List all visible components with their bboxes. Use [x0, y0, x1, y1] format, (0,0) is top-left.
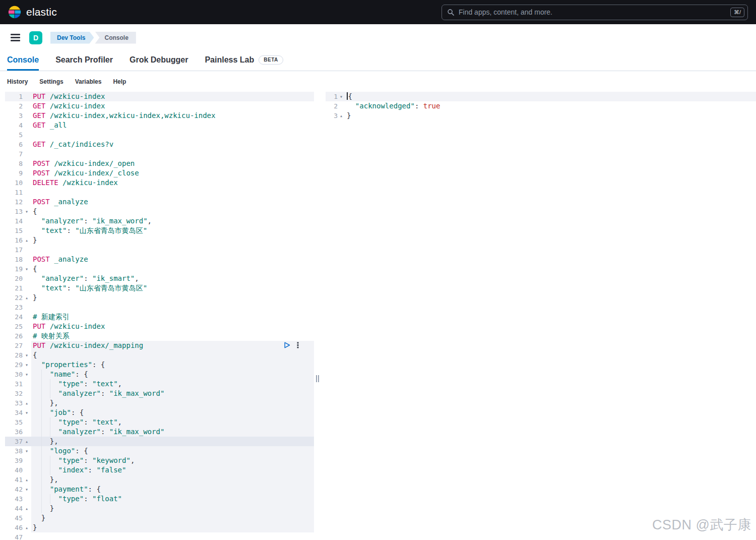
response-line[interactable]: 2 "acknowledged": true	[326, 101, 756, 111]
breadcrumb-dev-tools[interactable]: Dev Tools	[50, 32, 94, 44]
editor-line[interactable]: 10DELETE /wzkicu-index	[0, 178, 323, 188]
editor-line[interactable]: 18POST _analyze	[0, 255, 323, 264]
fold-open-icon[interactable]: ▾	[24, 446, 31, 456]
editor-line[interactable]: 46▴}	[0, 523, 323, 532]
response-line[interactable]: 1▾{	[326, 92, 756, 101]
editor-line[interactable]: 4GET _all	[0, 121, 323, 130]
editor-line[interactable]: 23	[0, 303, 323, 312]
editor-line[interactable]: 1PUT /wzkicu-index	[0, 92, 323, 101]
tab-grok-debugger[interactable]: Grok Debugger	[130, 51, 188, 71]
editor-line[interactable]: 42▾ "payment": {	[0, 485, 323, 494]
code-text: "payment": {	[31, 485, 323, 494]
menu-item-settings[interactable]: Settings	[39, 78, 63, 85]
editor-line[interactable]: 35 "type": "text",	[0, 417, 323, 427]
editor-line[interactable]: 26# 映射关系	[0, 331, 323, 341]
fold-close-icon[interactable]: ▴	[24, 293, 31, 303]
editor-line[interactable]: 32 "analyzer": "ik_max_word"	[0, 389, 323, 398]
fold-open-icon[interactable]: ▾	[24, 360, 31, 370]
line-number: 30	[0, 370, 24, 379]
editor-line[interactable]: 24# 新建索引	[0, 312, 323, 322]
line-number: 40	[0, 465, 24, 475]
menu-item-history[interactable]: History	[7, 78, 28, 85]
tab-painless-lab[interactable]: Painless Lab BETA	[205, 51, 283, 71]
editor-line[interactable]: 9POST /wzkicu-index/_close	[0, 168, 323, 178]
fold-close-icon[interactable]: ▴	[339, 111, 345, 121]
editor-line[interactable]: 40 "index": "false"	[0, 465, 323, 475]
editor-line[interactable]: 13▾{	[0, 207, 323, 216]
code-text: POST _analyze	[31, 255, 323, 264]
fold-open-icon[interactable]: ▾	[24, 350, 31, 360]
editor-line[interactable]: 27PUT /wzkicu-index/_mapping	[0, 341, 323, 350]
elastic-logo-icon[interactable]	[8, 6, 21, 19]
response-viewer[interactable]: 1▾{2 "acknowledged": true3▴}	[326, 92, 756, 540]
editor-line[interactable]: 17	[0, 245, 323, 255]
editor-line[interactable]: 33▴ },	[0, 398, 323, 408]
editor-line[interactable]: 14 "analyzer": "ik_max_word",	[0, 216, 323, 226]
editor-line[interactable]: 16▴}	[0, 235, 323, 245]
editor-line[interactable]: 34▾ "job": {	[0, 408, 323, 417]
editor-line[interactable]: 20 "analyzer": "ik_smart",	[0, 274, 323, 283]
line-number: 14	[0, 216, 24, 226]
editor-line[interactable]: 5	[0, 130, 323, 140]
tab-console[interactable]: Console	[7, 51, 39, 71]
editor-line[interactable]: 25PUT /wzkicu-index	[0, 322, 323, 331]
editor-line[interactable]: 3GET /wzkicu-index,wzkicu-index,wzkicu-i…	[0, 111, 323, 121]
editor-line[interactable]: 11	[0, 188, 323, 197]
fold-open-icon[interactable]: ▾	[24, 264, 31, 274]
fold-open-icon[interactable]: ▾	[24, 207, 31, 216]
line-number: 16	[0, 235, 24, 245]
editor-line[interactable]: 43 "type": "float"	[0, 494, 323, 504]
editor-line[interactable]: 41▴ },	[0, 475, 323, 485]
editor-line[interactable]: 39 "type": "keyword",	[0, 456, 323, 465]
menu-toggle-button[interactable]	[11, 32, 20, 43]
editor-line[interactable]: 22▴}	[0, 293, 323, 303]
code-text: }	[31, 523, 323, 532]
code-text: {	[345, 92, 756, 101]
request-editor[interactable]: 1PUT /wzkicu-index2GET /wzkicu-index3GET…	[0, 92, 323, 540]
dev-tools-tabs: Console Search Profiler Grok Debugger Pa…	[0, 51, 756, 71]
fold-close-icon[interactable]: ▴	[24, 504, 31, 513]
line-number: 22	[0, 293, 24, 303]
editor-line[interactable]: 6GET /_cat/indices?v	[0, 140, 323, 149]
line-number: 24	[0, 312, 24, 322]
fold-close-icon[interactable]: ▴	[24, 523, 31, 532]
editor-line[interactable]: 37▴ },	[0, 437, 323, 446]
editor-line[interactable]: 8POST /wzkicu-index/_open	[0, 159, 323, 168]
fold-open-icon[interactable]: ▾	[24, 408, 31, 417]
editor-line[interactable]: 29▾ "properties": {	[0, 360, 323, 370]
fold-open-icon[interactable]: ▾	[24, 485, 31, 494]
fold-close-icon[interactable]: ▴	[24, 437, 31, 446]
menu-item-variables[interactable]: Variables	[75, 78, 102, 85]
editor-line[interactable]: 2GET /wzkicu-index	[0, 101, 323, 111]
editor-line[interactable]: 21 "text": "山东省青岛市黄岛区"	[0, 283, 323, 293]
editor-line[interactable]: 28▾{	[0, 350, 323, 360]
menu-item-help[interactable]: Help	[113, 78, 126, 85]
editor-line[interactable]: 12POST _analyze	[0, 197, 323, 207]
fold-open-icon[interactable]: ▾	[339, 92, 345, 101]
request-options-button[interactable]	[295, 342, 301, 348]
global-search-input[interactable]: Find apps, content, and more. ⌘/	[442, 5, 748, 20]
space-avatar[interactable]: D	[29, 31, 42, 44]
editor-line[interactable]: 45 }	[0, 513, 323, 523]
send-request-button[interactable]	[284, 342, 290, 348]
fold-close-icon[interactable]: ▴	[24, 475, 31, 485]
line-number: 1	[0, 92, 24, 101]
line-number: 37	[0, 437, 24, 446]
editor-line[interactable]: 44▴ }	[0, 504, 323, 513]
editor-line[interactable]: 7	[0, 149, 323, 159]
response-line[interactable]: 3▴}	[326, 111, 756, 121]
tab-search-profiler[interactable]: Search Profiler	[55, 51, 113, 71]
editor-line[interactable]: 19▾{	[0, 264, 323, 274]
editor-line[interactable]: 47	[0, 532, 323, 540]
fold-close-icon[interactable]: ▴	[24, 398, 31, 408]
fold-spacer	[24, 245, 31, 255]
editor-line[interactable]: 15 "text": "山东省青岛市黄岛区"	[0, 226, 323, 235]
editor-line[interactable]: 30▾ "name": {	[0, 370, 323, 379]
fold-open-icon[interactable]: ▾	[24, 370, 31, 379]
editor-line[interactable]: 31 "type": "text",	[0, 379, 323, 389]
editor-line[interactable]: 38▾ "logo": {	[0, 446, 323, 456]
code-text: "type": "keyword",	[31, 456, 323, 465]
fold-close-icon[interactable]: ▴	[24, 235, 31, 245]
pane-resize-handle[interactable]	[313, 374, 322, 383]
editor-line[interactable]: 36 "analyzer": "ik_max_word"	[0, 427, 323, 437]
